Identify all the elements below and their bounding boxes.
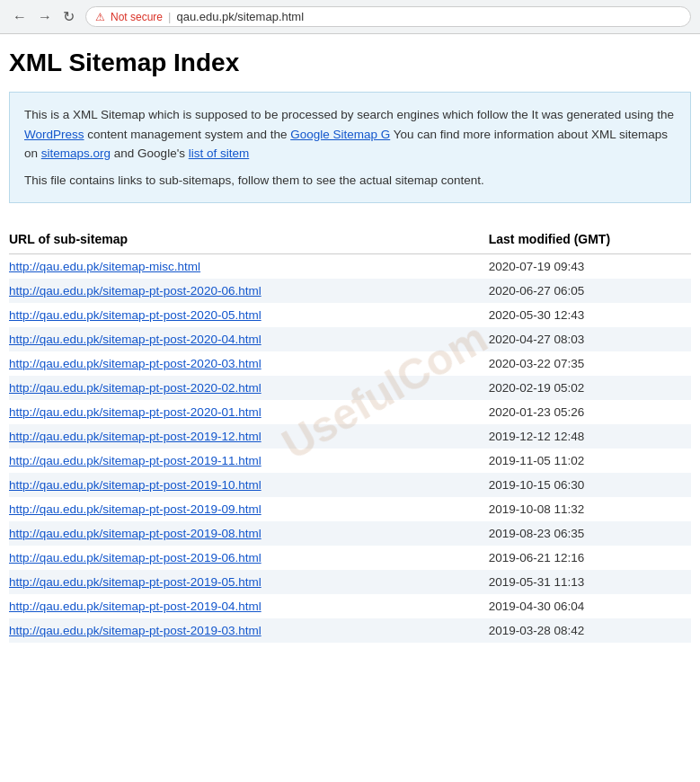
- table-row: http://qau.edu.pk/sitemap-pt-post-2020-0…: [9, 327, 691, 351]
- table-cell-date: 2020-06-27 06:05: [489, 279, 691, 303]
- back-button[interactable]: ←: [9, 7, 31, 27]
- sitemaps-org-link[interactable]: sitemaps.org: [41, 147, 111, 160]
- table-cell-date: 2019-11-05 11:02: [489, 449, 691, 473]
- not-secure-label: Not secure: [111, 11, 163, 23]
- table-row: http://qau.edu.pk/sitemap-misc.html2020-…: [9, 254, 691, 280]
- sitemap-link[interactable]: http://qau.edu.pk/sitemap-pt-post-2019-1…: [9, 454, 261, 467]
- table-cell-url: http://qau.edu.pk/sitemap-pt-post-2020-0…: [9, 400, 489, 424]
- table-cell-url: http://qau.edu.pk/sitemap-misc.html: [9, 254, 489, 280]
- google-sitemap-link[interactable]: Google Sitemap G: [290, 128, 390, 141]
- sitemap-link[interactable]: http://qau.edu.pk/sitemap-pt-post-2019-0…: [9, 600, 261, 613]
- table-cell-url: http://qau.edu.pk/sitemap-pt-post-2019-0…: [9, 570, 489, 594]
- table-cell-url: http://qau.edu.pk/sitemap-pt-post-2019-1…: [9, 473, 489, 497]
- table-cell-url: http://qau.edu.pk/sitemap-pt-post-2020-0…: [9, 279, 489, 303]
- table-row: http://qau.edu.pk/sitemap-pt-post-2020-0…: [9, 400, 691, 424]
- table-cell-date: 2019-10-15 06:30: [489, 473, 691, 497]
- table-cell-date: 2019-06-21 12:16: [489, 546, 691, 570]
- table-cell-date: 2020-02-19 05:02: [489, 376, 691, 400]
- table-cell-url: http://qau.edu.pk/sitemap-pt-post-2020-0…: [9, 303, 489, 327]
- table-cell-date: 2019-05-31 11:13: [489, 570, 691, 594]
- sitemap-table: URL of sub-sitemap Last modified (GMT) h…: [9, 225, 691, 643]
- table-cell-date: 2020-07-19 09:43: [489, 254, 691, 280]
- forward-button[interactable]: →: [34, 7, 56, 27]
- sitemap-link[interactable]: http://qau.edu.pk/sitemap-pt-post-2019-0…: [9, 575, 261, 589]
- table-row: http://qau.edu.pk/sitemap-pt-post-2019-0…: [9, 497, 691, 521]
- table-cell-date: 2019-10-08 11:32: [489, 497, 691, 521]
- table-row: http://qau.edu.pk/sitemap-pt-post-2019-1…: [9, 449, 691, 473]
- table-row: http://qau.edu.pk/sitemap-pt-post-2019-0…: [9, 618, 691, 643]
- not-secure-icon: ⚠: [95, 11, 105, 23]
- table-cell-date: 2020-05-30 12:43: [489, 303, 691, 327]
- table-row: http://qau.edu.pk/sitemap-pt-post-2019-1…: [9, 473, 691, 497]
- sitemap-link[interactable]: http://qau.edu.pk/sitemap-pt-post-2019-0…: [9, 502, 261, 516]
- table-cell-url: http://qau.edu.pk/sitemap-pt-post-2020-0…: [9, 351, 489, 376]
- sitemap-link[interactable]: http://qau.edu.pk/sitemap-pt-post-2020-0…: [9, 357, 261, 370]
- sitemap-link[interactable]: http://qau.edu.pk/sitemap-misc.html: [9, 260, 200, 273]
- table-cell-url: http://qau.edu.pk/sitemap-pt-post-2019-0…: [9, 497, 489, 521]
- table-row: http://qau.edu.pk/sitemap-pt-post-2019-1…: [9, 424, 691, 449]
- table-cell-date: 2019-03-28 08:42: [489, 618, 691, 643]
- table-row: http://qau.edu.pk/sitemap-pt-post-2020-0…: [9, 351, 691, 376]
- sitemap-link[interactable]: http://qau.edu.pk/sitemap-pt-post-2020-0…: [9, 284, 261, 298]
- table-cell-date: 2019-12-12 12:48: [489, 424, 691, 449]
- table-row: http://qau.edu.pk/sitemap-pt-post-2019-0…: [9, 594, 691, 618]
- table-row: http://qau.edu.pk/sitemap-pt-post-2019-0…: [9, 570, 691, 594]
- table-cell-date: 2020-01-23 05:26: [489, 400, 691, 424]
- table-row: http://qau.edu.pk/sitemap-pt-post-2019-0…: [9, 546, 691, 570]
- info-note: This file contains links to sub-sitemaps…: [24, 171, 676, 191]
- sitemap-link[interactable]: http://qau.edu.pk/sitemap-pt-post-2020-0…: [9, 333, 261, 346]
- sitemap-link[interactable]: http://qau.edu.pk/sitemap-pt-post-2019-0…: [9, 624, 261, 637]
- table-cell-url: http://qau.edu.pk/sitemap-pt-post-2020-0…: [9, 327, 489, 351]
- info-box: This is a XML Sitemap which is supposed …: [9, 92, 691, 203]
- table-cell-url: http://qau.edu.pk/sitemap-pt-post-2019-1…: [9, 449, 489, 473]
- browser-chrome: ← → ↻ ⚠ Not secure | qau.edu.pk/sitemap.…: [0, 0, 700, 34]
- page-content: XML Sitemap Index This is a XML Sitemap …: [0, 34, 700, 657]
- table-cell-date: 2020-04-27 08:03: [489, 327, 691, 351]
- table-cell-url: http://qau.edu.pk/sitemap-pt-post-2020-0…: [9, 376, 489, 400]
- nav-buttons[interactable]: ← → ↻: [9, 6, 78, 27]
- table-row: http://qau.edu.pk/sitemap-pt-post-2020-0…: [9, 279, 691, 303]
- reload-button[interactable]: ↻: [59, 6, 78, 27]
- table-cell-url: http://qau.edu.pk/sitemap-pt-post-2019-0…: [9, 521, 489, 546]
- table-cell-date: 2020-03-22 07:35: [489, 351, 691, 376]
- table-row: http://qau.edu.pk/sitemap-pt-post-2020-0…: [9, 303, 691, 327]
- col-date-header: Last modified (GMT): [489, 225, 691, 254]
- table-cell-date: 2019-08-23 06:35: [489, 521, 691, 546]
- sitemap-link[interactable]: http://qau.edu.pk/sitemap-pt-post-2020-0…: [9, 405, 261, 419]
- table-row: http://qau.edu.pk/sitemap-pt-post-2020-0…: [9, 376, 691, 400]
- table-cell-date: 2019-04-30 06:04: [489, 594, 691, 618]
- sitemap-link[interactable]: http://qau.edu.pk/sitemap-pt-post-2020-0…: [9, 381, 261, 395]
- sitemap-link[interactable]: http://qau.edu.pk/sitemap-pt-post-2019-1…: [9, 430, 261, 443]
- sitemap-link[interactable]: http://qau.edu.pk/sitemap-pt-post-2020-0…: [9, 308, 261, 322]
- sitemap-link[interactable]: http://qau.edu.pk/sitemap-pt-post-2019-1…: [9, 478, 261, 492]
- table-cell-url: http://qau.edu.pk/sitemap-pt-post-2019-0…: [9, 618, 489, 643]
- wordpress-link[interactable]: WordPress: [24, 128, 84, 141]
- table-row: http://qau.edu.pk/sitemap-pt-post-2019-0…: [9, 521, 691, 546]
- table-cell-url: http://qau.edu.pk/sitemap-pt-post-2019-0…: [9, 546, 489, 570]
- table-cell-url: http://qau.edu.pk/sitemap-pt-post-2019-1…: [9, 424, 489, 449]
- page-title: XML Sitemap Index: [9, 49, 691, 77]
- info-line-1: This is a XML Sitemap which is supposed …: [24, 105, 676, 164]
- url-text: qau.edu.pk/sitemap.html: [176, 10, 304, 23]
- separator: |: [168, 10, 171, 23]
- sitemap-link[interactable]: http://qau.edu.pk/sitemap-pt-post-2019-0…: [9, 527, 261, 540]
- col-url-header: URL of sub-sitemap: [9, 225, 489, 254]
- list-of-sitem-link[interactable]: list of sitem: [189, 147, 250, 160]
- address-bar[interactable]: ⚠ Not secure | qau.edu.pk/sitemap.html: [85, 6, 691, 27]
- sitemap-link[interactable]: http://qau.edu.pk/sitemap-pt-post-2019-0…: [9, 551, 261, 564]
- table-cell-url: http://qau.edu.pk/sitemap-pt-post-2019-0…: [9, 594, 489, 618]
